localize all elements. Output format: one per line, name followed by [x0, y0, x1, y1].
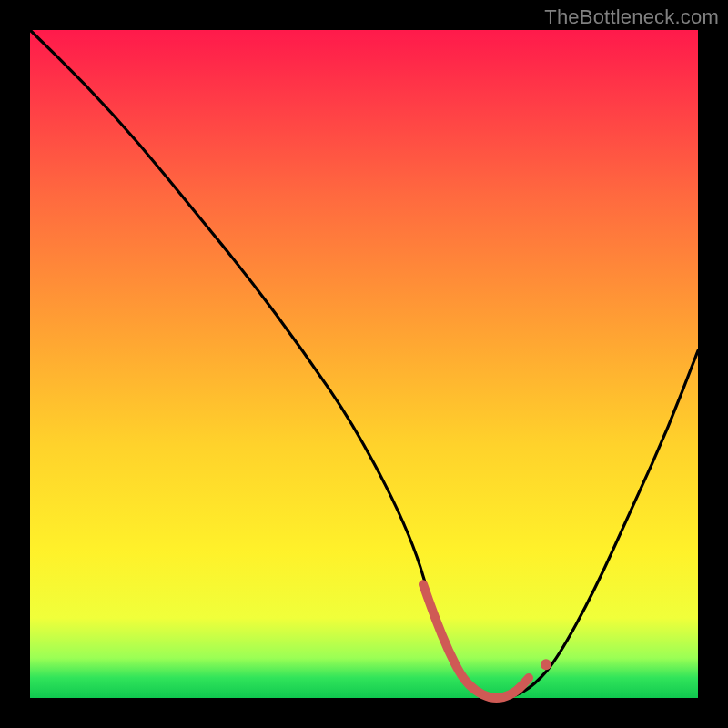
plot-area — [30, 30, 698, 698]
bottleneck-curve — [30, 30, 698, 698]
chart-frame: TheBottleneck.com — [0, 0, 728, 728]
highlight-dot — [541, 659, 551, 670]
curve-layer — [30, 30, 698, 698]
watermark-text: TheBottleneck.com — [544, 5, 719, 29]
highlight-left-segment — [423, 584, 529, 698]
